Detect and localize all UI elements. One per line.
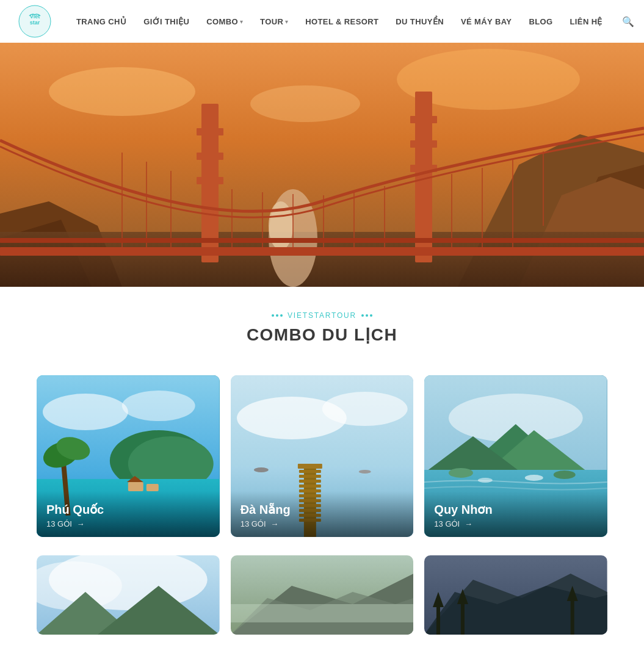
- svg-point-39: [43, 394, 128, 430]
- svg-rect-57: [299, 475, 321, 478]
- svg-point-6: [250, 85, 360, 122]
- dots-left: [272, 314, 283, 317]
- cards-grid-top: Phú Quốc 13 GÓI →: [0, 375, 644, 555]
- nav-blog[interactable]: BLOG: [529, 17, 552, 26]
- main-nav: TRANG CHỦ GIỚI THIỆU COMBO ▾ TOUR ▾ HOTE…: [76, 13, 637, 30]
- card-bottom-1[interactable]: [37, 555, 220, 635]
- svg-rect-17: [197, 153, 223, 160]
- dots-right: [361, 314, 372, 317]
- card-bottom-3[interactable]: [424, 555, 607, 635]
- svg-rect-18: [197, 177, 223, 184]
- card-overlay-da-nang: Đà Nẵng 13 GÓI →: [231, 491, 414, 537]
- svg-point-52: [322, 392, 407, 426]
- svg-point-67: [254, 467, 269, 472]
- nav-gioi-thieu[interactable]: GIỚI THIỆU: [143, 17, 189, 26]
- card-count-phu-quoc: 13 GÓI →: [46, 519, 210, 528]
- svg-rect-93: [461, 604, 465, 635]
- card-title-da-nang: Đà Nẵng: [241, 502, 404, 517]
- header: Viet star TRANG CHỦ GIỚI THIỆU COMBO ▾ T…: [0, 0, 644, 43]
- svg-rect-95: [571, 601, 574, 635]
- card-overlay-phu-quoc: Phú Quốc 13 GÓI →: [37, 491, 220, 537]
- svg-rect-36: [0, 247, 644, 256]
- svg-rect-37: [0, 238, 644, 243]
- tour-chevron: ▾: [285, 18, 288, 25]
- nav-ve-may-bay[interactable]: VÉ MÁY BAY: [461, 17, 512, 26]
- svg-point-75: [449, 468, 473, 478]
- card-title-phu-quoc: Phú Quốc: [46, 502, 210, 517]
- logo-area: Viet star: [18, 5, 52, 38]
- svg-point-4: [49, 67, 195, 116]
- card-overlay-quy-nhon: Quy Nhơn 13 GÓI →: [424, 491, 607, 537]
- section-header: VIETSTARTOUR COMBO DU LỊCH: [0, 287, 644, 375]
- svg-point-68: [358, 470, 371, 474]
- nav-tour[interactable]: TOUR ▾: [260, 17, 288, 26]
- svg-rect-87: [231, 604, 414, 622]
- nav-hotel-resort[interactable]: HOTEL & RESORT: [305, 17, 378, 26]
- hero-banner: [0, 43, 644, 287]
- section-subtitle: VIETSTARTOUR: [37, 311, 607, 320]
- svg-rect-20: [410, 116, 437, 123]
- card-quy-nhon[interactable]: Quy Nhơn 13 GÓI →: [424, 375, 607, 537]
- nav-combo[interactable]: COMBO ▾: [206, 17, 243, 26]
- svg-rect-47: [128, 482, 143, 491]
- svg-rect-55: [298, 464, 322, 469]
- card-phu-quoc[interactable]: Phú Quốc 13 GÓI →: [37, 375, 220, 537]
- svg-point-40: [122, 391, 195, 421]
- svg-rect-59: [299, 485, 321, 488]
- svg-rect-56: [299, 470, 321, 473]
- nav-du-thuyen[interactable]: DU THUYỀN: [396, 17, 444, 26]
- card-title-quy-nhon: Quy Nhơn: [434, 502, 598, 517]
- svg-rect-58: [299, 480, 321, 483]
- search-button[interactable]: 🔍: [620, 13, 637, 30]
- svg-point-77: [525, 475, 543, 481]
- logo-icon: Viet star: [18, 5, 52, 38]
- nav-lien-he[interactable]: LIÊN HỆ: [570, 17, 602, 26]
- nav-trang-chu[interactable]: TRANG CHỦ: [76, 17, 126, 26]
- card-da-nang[interactable]: Đà Nẵng 13 GÓI →: [231, 375, 414, 537]
- cards-grid-bottom: [0, 555, 644, 645]
- svg-rect-21: [410, 140, 437, 148]
- svg-point-76: [554, 470, 576, 479]
- svg-rect-91: [436, 607, 440, 635]
- card-bottom-2[interactable]: [231, 555, 414, 635]
- card-count-quy-nhon: 13 GÓI →: [434, 519, 598, 528]
- svg-rect-16: [197, 128, 223, 135]
- svg-text:star: star: [30, 20, 40, 26]
- svg-rect-49: [147, 484, 159, 491]
- section-title: COMBO DU LỊCH: [37, 325, 607, 345]
- combo-chevron: ▾: [240, 18, 243, 25]
- subtitle-text: VIETSTARTOUR: [288, 311, 356, 320]
- card-count-da-nang: 13 GÓI →: [241, 519, 404, 528]
